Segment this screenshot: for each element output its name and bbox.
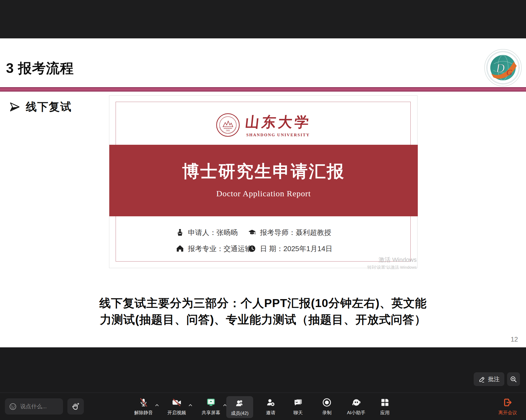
report-title-cn: 博士研究生申请汇报 (109, 160, 418, 183)
unmute-options-chevron[interactable] (155, 403, 159, 408)
windows-activation-watermark: 激活 Windows 转到“设置”以激活 Windows (351, 256, 417, 270)
field-label: 申请人：张旸旸 (188, 228, 238, 237)
members-button[interactable]: 成员(42) (226, 396, 253, 418)
emoji-icon (9, 402, 17, 411)
svg-text:G: G (506, 68, 512, 77)
chat-button[interactable]: 聊天 (293, 397, 303, 416)
apps-button[interactable]: 应用 (380, 397, 390, 416)
body-line-1: 线下复试主要分为三部分：个人PPT汇报(10分钟左右)、英文能 (0, 295, 526, 311)
field-label: 日 期：2025年1月14日 (260, 244, 332, 254)
apps-grid-icon (380, 397, 390, 408)
svg-text:1901: 1901 (226, 129, 230, 132)
invite-person-icon (266, 397, 275, 408)
slide-section-title: 3 报考流程 (6, 59, 74, 78)
university-logo-row: 1901 SHANDONG UNIVERSITY 山东大学 SHANDONG U… (109, 113, 417, 137)
ai-robot-icon (351, 397, 361, 408)
raise-hand-button[interactable] (67, 398, 84, 415)
members-icon (235, 398, 245, 408)
slide-page-number: 12 (511, 336, 518, 343)
pink-divider-bar (0, 87, 526, 92)
share-screen-icon (206, 397, 216, 408)
record-button[interactable]: 录制 (322, 397, 331, 416)
camera-off-icon (172, 397, 182, 408)
embedded-slide-image: 1901 SHANDONG UNIVERSITY 山东大学 SHANDONG U… (109, 95, 418, 268)
share-screen-button[interactable]: 共享屏幕 (202, 397, 220, 416)
record-icon (322, 397, 331, 408)
title-banner: 博士研究生申请汇报 Doctor Application Report (109, 145, 418, 216)
field-date: 日 期：2025年1月14日 (248, 244, 332, 254)
zoom-in-button[interactable] (507, 372, 520, 386)
major-icon (176, 245, 184, 253)
quick-chat-box[interactable] (5, 398, 63, 415)
slide-body-text: 线下复试主要分为三部分：个人PPT汇报(10分钟左右)、英文能 力测试(抽题目、… (0, 295, 526, 328)
top-letterbox-bar (0, 0, 526, 38)
svg-text:D: D (496, 61, 504, 75)
pen-icon (479, 376, 486, 383)
raise-hand-icon (71, 402, 80, 411)
annotate-button[interactable]: 批注 (474, 372, 504, 386)
field-applicant: 申请人：张旸旸 (176, 228, 238, 237)
leave-meeting-button[interactable]: 离开会议 (498, 397, 517, 416)
invite-button[interactable]: 邀请 (266, 397, 275, 416)
bullet-row: 线下复试 (10, 99, 72, 114)
magnifier-plus-icon (510, 376, 517, 383)
microphone-muted-icon (139, 397, 148, 408)
supervisor-icon (248, 228, 256, 237)
video-options-chevron[interactable] (188, 403, 192, 408)
arrow-bullet-icon (10, 102, 20, 112)
field-label: 报考专业：交通运输 (188, 244, 252, 254)
leave-meeting-icon (503, 397, 513, 408)
bullet-label: 线下复试 (26, 99, 72, 114)
field-major: 报考专业：交通运输 (176, 244, 252, 254)
report-title-en: Doctor Application Report (109, 189, 418, 198)
start-video-button[interactable]: 开启视频 (167, 397, 186, 416)
meeting-toolbar: 解除静音 开启视频 (0, 393, 526, 420)
applicant-icon (176, 228, 184, 237)
university-name: 山东大学 SHANDONG UNIVERSITY (245, 113, 311, 137)
field-label: 报考导师：聂利超教授 (260, 228, 331, 237)
chat-input[interactable] (20, 403, 62, 410)
chat-icon (293, 397, 303, 408)
date-icon (248, 245, 256, 253)
university-name-cn: 山东大学 (244, 113, 312, 132)
unmute-button[interactable]: 解除静音 (134, 397, 153, 416)
annotate-label: 批注 (488, 375, 500, 383)
university-name-en: SHANDONG UNIVERSITY (245, 133, 311, 137)
ai-assistant-button[interactable]: AI小助手 (347, 397, 365, 416)
field-supervisor: 报考导师：聂利超教授 (248, 228, 331, 237)
meeting-window: 3 报考流程 D G 线下复试 (0, 0, 526, 420)
institute-logo: D G (484, 48, 522, 87)
body-line-2: 力测试(抽题目、问答)、专业能力测试（抽题目、开放式问答） (0, 311, 526, 328)
shandong-university-seal-icon: 1901 SHANDONG UNIVERSITY (216, 113, 240, 137)
